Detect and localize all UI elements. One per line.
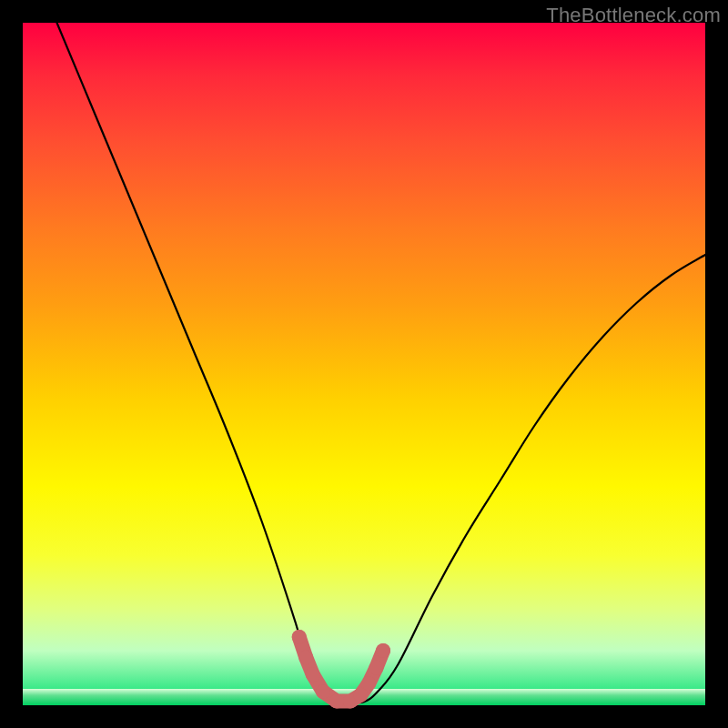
valley-markers	[292, 630, 390, 709]
valley-marker-dot	[298, 651, 313, 665]
valley-marker-dot	[306, 667, 320, 682]
valley-marker-dot	[369, 661, 384, 675]
valley-marker-dot	[292, 630, 307, 644]
bottleneck-curve	[57, 23, 706, 703]
plot-area	[23, 23, 705, 705]
valley-marker-dot	[329, 694, 344, 709]
valley-marker-dot	[316, 684, 330, 699]
valley-marker-dot	[361, 676, 376, 691]
valley-marker-dot	[376, 643, 390, 658]
chart-frame: TheBottleneck.com	[0, 0, 728, 728]
curve-layer	[23, 23, 705, 705]
